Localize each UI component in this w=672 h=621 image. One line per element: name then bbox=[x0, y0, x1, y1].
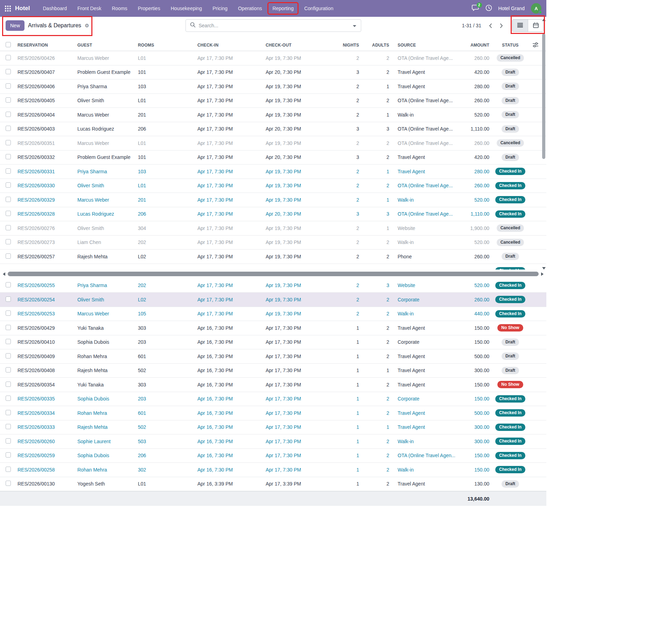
search-dropdown-caret-icon[interactable] bbox=[353, 25, 356, 27]
row-checkbox[interactable] bbox=[6, 353, 11, 358]
table-row[interactable]: RES/2026/00258 Rohan Mehra 302 Apr 16, 7… bbox=[0, 463, 546, 477]
vertical-scrollbar-thumb[interactable] bbox=[542, 34, 545, 159]
table-row[interactable]: RES/2026/00329 Marcus Weber 201 Apr 17, … bbox=[0, 193, 546, 207]
row-checkbox[interactable] bbox=[6, 325, 11, 330]
row-checkbox[interactable] bbox=[6, 154, 11, 159]
table-row[interactable]: RES/2026/00332 Problem Guest Example 101… bbox=[0, 151, 546, 165]
optional-columns-icon[interactable] bbox=[533, 42, 538, 48]
col-header-checkin[interactable]: CHECK-IN bbox=[195, 43, 264, 48]
table-row[interactable]: RES/2026/00354 Yuki Tanaka 303 Apr 16, 7… bbox=[0, 378, 546, 392]
table-row[interactable]: RES/2026/00276 Oliver Smith 304 Apr 17, … bbox=[0, 221, 546, 236]
col-header-nights[interactable]: NIGHTS bbox=[331, 43, 362, 48]
row-checkbox[interactable] bbox=[6, 168, 11, 174]
row-checkbox[interactable] bbox=[6, 367, 11, 372]
table-row[interactable]: RES/2026/00253 Marcus Weber 105 Apr 17, … bbox=[0, 307, 546, 321]
row-checkbox[interactable] bbox=[6, 310, 11, 316]
nav-item-properties[interactable]: Properties bbox=[134, 3, 164, 14]
row-checkbox[interactable] bbox=[6, 112, 11, 117]
table-row[interactable]: RES/2026/00410 Sophia Dubois 203 Apr 16,… bbox=[0, 335, 546, 350]
avatar[interactable]: A bbox=[531, 3, 541, 14]
row-checkbox[interactable] bbox=[6, 452, 11, 458]
table-row[interactable]: RES/2026/00351 Marcus Weber L01 Apr 17, … bbox=[0, 136, 546, 151]
nav-item-configuration[interactable]: Configuration bbox=[300, 3, 337, 14]
col-header-guest[interactable]: GUEST bbox=[75, 43, 136, 48]
row-checkbox[interactable] bbox=[6, 253, 11, 259]
row-checkbox[interactable] bbox=[6, 481, 11, 486]
table-row[interactable]: RES/2026/00334 Rohan Mehra 601 Apr 16, 7… bbox=[0, 406, 546, 420]
table-row[interactable]: RES/2026/00330 Oliver Smith L01 Apr 17, … bbox=[0, 179, 546, 193]
table-row[interactable]: RES/2026/00130 Yogesh Seth L01 Apr 16, 3… bbox=[0, 477, 546, 491]
app-brand[interactable]: Hotel bbox=[15, 5, 30, 12]
row-checkbox[interactable] bbox=[6, 296, 11, 302]
table-row[interactable]: RES/2026/00273 Liam Chen 202 Apr 17, 7:3… bbox=[0, 236, 546, 250]
company-name[interactable]: Hotel Grand bbox=[498, 6, 525, 11]
select-all-checkbox[interactable] bbox=[6, 42, 11, 47]
col-header-rooms[interactable]: ROOMS bbox=[136, 43, 195, 48]
table-row[interactable]: RES/2026/00409 Rohan Mehra 601 Apr 16, 7… bbox=[0, 349, 546, 364]
col-header-amount[interactable]: AMOUNT bbox=[455, 43, 492, 48]
table-row[interactable]: RES/2026/00333 Rajesh Mehta 502 Apr 16, … bbox=[0, 420, 546, 435]
scroll-right-arrow-icon[interactable] bbox=[541, 272, 544, 276]
messages-button[interactable]: 2 bbox=[472, 5, 479, 13]
table-row[interactable]: RES/2026/00407 Problem Guest Example 101… bbox=[0, 65, 546, 80]
nav-item-operations[interactable]: Operations bbox=[234, 3, 266, 14]
table-row[interactable]: RES/2026/00335 Sophia Dubois 203 Apr 16,… bbox=[0, 392, 546, 406]
table-row[interactable]: RES/2026/00408 Rajesh Mehta 502 Apr 16, … bbox=[0, 364, 546, 378]
prev-page-button[interactable] bbox=[486, 22, 495, 30]
new-button[interactable]: New bbox=[6, 20, 24, 31]
table-row[interactable]: RES/2026/00328 Lucas Rodriguez 206 Apr 1… bbox=[0, 207, 546, 222]
table-row[interactable]: RES/2026/00404 Marcus Weber 201 Apr 17, … bbox=[0, 108, 546, 122]
row-checkbox[interactable] bbox=[6, 97, 11, 103]
row-checkbox[interactable] bbox=[6, 438, 11, 444]
row-checkbox[interactable] bbox=[6, 410, 11, 415]
table-row[interactable]: RES/2026/00405 Oliver Smith L01 Apr 17, … bbox=[0, 94, 546, 108]
row-checkbox[interactable] bbox=[6, 424, 11, 429]
row-checkbox[interactable] bbox=[6, 83, 11, 89]
row-checkbox[interactable] bbox=[6, 211, 11, 216]
col-header-status[interactable]: STATUS bbox=[492, 43, 528, 48]
row-checkbox[interactable] bbox=[6, 55, 11, 60]
row-checkbox[interactable] bbox=[6, 69, 11, 74]
horizontal-scrollbar-thumb[interactable] bbox=[8, 272, 539, 276]
row-checkbox[interactable] bbox=[6, 182, 11, 188]
gear-icon[interactable]: ⚙ bbox=[85, 23, 89, 28]
search-input[interactable] bbox=[199, 23, 349, 28]
nav-item-rooms[interactable]: Rooms bbox=[108, 3, 131, 14]
next-page-button[interactable] bbox=[497, 22, 506, 30]
horizontal-scrollbar[interactable] bbox=[0, 270, 546, 279]
nav-item-dashboard[interactable]: Dashboard bbox=[39, 3, 71, 14]
row-checkbox[interactable] bbox=[6, 382, 11, 387]
col-header-reservation[interactable]: RESERVATION bbox=[15, 43, 75, 48]
table-row[interactable]: RES/2026/00260 Sophie Laurent 503 Apr 16… bbox=[0, 434, 546, 449]
list-view-button[interactable] bbox=[512, 20, 528, 32]
nav-item-front-desk[interactable]: Front Desk bbox=[74, 3, 105, 14]
table-row[interactable]: RES/2026/00259 Sophia Dubois 206 Apr 16,… bbox=[0, 449, 546, 463]
col-header-adults[interactable]: ADULTS bbox=[362, 43, 392, 48]
row-checkbox[interactable] bbox=[6, 225, 11, 230]
col-header-source[interactable]: SOURCE bbox=[392, 43, 455, 48]
row-checkbox[interactable] bbox=[6, 339, 11, 344]
col-header-checkout[interactable]: CHECK-OUT bbox=[264, 43, 331, 48]
scroll-left-arrow-icon[interactable] bbox=[3, 272, 5, 276]
scroll-up-arrow-icon[interactable] bbox=[542, 19, 546, 21]
scroll-down-arrow-icon[interactable] bbox=[542, 267, 546, 270]
row-checkbox[interactable] bbox=[6, 282, 11, 287]
nav-item-reporting[interactable]: Reporting bbox=[268, 3, 298, 14]
row-checkbox[interactable] bbox=[6, 126, 11, 131]
activities-button[interactable] bbox=[485, 5, 492, 13]
table-row[interactable]: RES/2026/00257 Rajesh Mehta L02 Apr 17, … bbox=[0, 250, 546, 264]
row-checkbox[interactable] bbox=[6, 239, 11, 244]
table-row[interactable]: RES/2026/00331 Priya Sharma 103 Apr 17, … bbox=[0, 165, 546, 179]
apps-grid-icon[interactable] bbox=[5, 6, 11, 12]
table-row[interactable]: RES/2026/00406 Priya Sharma 103 Apr 17, … bbox=[0, 79, 546, 94]
search-box[interactable] bbox=[186, 19, 361, 32]
vertical-scrollbar[interactable] bbox=[541, 17, 546, 271]
table-row[interactable]: RES/2026/00429 Yuki Tanaka 303 Apr 16, 7… bbox=[0, 321, 546, 335]
table-row[interactable]: RES/2026/00403 Lucas Rodriguez 206 Apr 1… bbox=[0, 122, 546, 137]
nav-item-pricing[interactable]: Pricing bbox=[209, 3, 231, 14]
row-checkbox[interactable] bbox=[6, 396, 11, 401]
calendar-view-button[interactable] bbox=[528, 20, 543, 32]
row-checkbox[interactable] bbox=[6, 197, 11, 202]
table-row[interactable]: RES/2026/00254 Oliver Smith L02 Apr 17, … bbox=[0, 293, 546, 307]
row-checkbox[interactable] bbox=[6, 467, 11, 472]
